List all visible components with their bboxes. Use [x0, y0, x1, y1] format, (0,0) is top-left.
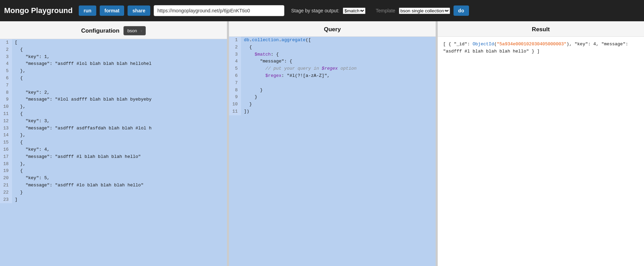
stage-label: Stage by stage output: [291, 8, 339, 13]
query-panel: Query 1db.collection.aggregate([2 {3 $ma… [229, 21, 435, 266]
line-number: 23 [0, 196, 12, 204]
table-row: 7 [0, 82, 227, 89]
table-row: 3 "key": 1, [0, 54, 227, 61]
bson-select[interactable]: bson json [123, 26, 146, 35]
share-button[interactable]: share [128, 5, 150, 16]
result-header: Result [438, 21, 644, 37]
line-number: 17 [0, 153, 12, 161]
template-select[interactable]: bson single collection [399, 8, 450, 14]
table-row: 4 "message": { [229, 58, 435, 65]
line-code: ] [12, 196, 227, 204]
line-code: { [12, 139, 227, 146]
line-code: { [12, 111, 227, 118]
configuration-panel: Configuration bson json 1[2 {3 "key": 1,… [0, 21, 227, 266]
table-row: 20 "key": 5, [0, 175, 227, 182]
line-number: 2 [0, 46, 12, 54]
app-title: Mongo Playground [4, 6, 73, 15]
table-row: 11]) [229, 108, 435, 115]
table-row: 22 } [0, 189, 227, 196]
line-code: "message": "asdfff #lo blah blah blah he… [12, 182, 227, 189]
table-row: 19 { [0, 167, 227, 175]
table-row: 15 { [0, 139, 227, 146]
configuration-table: 1[2 {3 "key": 1,4 "message": "asdfff #lo… [0, 39, 227, 203]
do-button[interactable]: do [454, 5, 469, 16]
line-code: }, [12, 132, 227, 139]
line-number: 16 [0, 146, 12, 153]
line-number: 8 [0, 89, 12, 96]
line-number: 1 [229, 37, 241, 44]
table-row: 10 }, [0, 103, 227, 111]
main-area: Configuration bson json 1[2 {3 "key": 1,… [0, 21, 644, 266]
line-code: "key": 1, [12, 54, 227, 61]
line-code: [ [12, 39, 227, 46]
line-code: }, [12, 103, 227, 111]
line-number: 1 [0, 39, 12, 46]
query-code[interactable]: 1db.collection.aggregate([2 {3 $match: {… [229, 37, 435, 266]
line-number: 4 [0, 60, 12, 68]
template-label: Template [376, 8, 395, 13]
line-number: 18 [0, 161, 12, 168]
line-code: "message": "asdfff asdffasfdah blah blah… [12, 125, 227, 132]
table-row: 9 } [229, 94, 435, 101]
table-row: 17 "message": "asdfff #l blah blah blah … [0, 153, 227, 161]
stage-select[interactable]: $match [343, 8, 365, 14]
line-code: "message": { [241, 58, 435, 65]
line-code: "key": 3, [12, 118, 227, 125]
format-select-wrapper: bson json [123, 26, 146, 35]
table-row: 8 } [229, 87, 435, 94]
line-code: { [12, 46, 227, 54]
result-panel: Result [ { "_id": ObjectId("5a934e000102… [438, 21, 644, 266]
table-row: 4 "message": "asdfff #lol blah blah blah… [0, 60, 227, 68]
table-row: 3 $match: { [229, 51, 435, 58]
line-number: 5 [229, 65, 241, 72]
line-number: 21 [0, 182, 12, 189]
line-code [241, 80, 435, 87]
line-number: 14 [0, 132, 12, 139]
line-number: 10 [0, 103, 12, 111]
line-code: }, [12, 161, 227, 168]
line-number: 9 [0, 96, 12, 103]
line-number: 15 [0, 139, 12, 146]
configuration-header: Configuration bson json [0, 21, 227, 39]
line-number: 7 [0, 82, 12, 89]
table-row: 18 }, [0, 161, 227, 168]
line-code: } [12, 189, 227, 196]
table-row: 12 "key": 3, [0, 118, 227, 125]
configuration-title: Configuration [81, 27, 119, 34]
query-title: Query [324, 26, 341, 33]
line-number: 6 [229, 72, 241, 80]
line-number: 19 [0, 167, 12, 175]
line-code: ]) [241, 108, 435, 115]
line-number: 6 [0, 75, 12, 82]
line-code: { [241, 44, 435, 51]
line-number: 3 [229, 51, 241, 58]
table-row: 6 $regex: "#l(?![a-zA-Z]", [229, 72, 435, 80]
topbar: Mongo Playground run format share Stage … [0, 0, 644, 21]
line-number: 3 [0, 54, 12, 61]
line-code: "message": "#lol asdfff blah blah blah b… [12, 96, 227, 103]
line-number: 11 [0, 111, 12, 118]
table-row: 6 { [0, 75, 227, 82]
result-code: [ { "_id": ObjectId("5a934e0001020304050… [438, 37, 644, 266]
line-number: 9 [229, 94, 241, 101]
table-row: 5 // put your query in $regex option [229, 65, 435, 72]
line-code: { [12, 75, 227, 82]
table-row: 2 { [229, 44, 435, 51]
line-number: 5 [0, 68, 12, 75]
line-number: 8 [229, 87, 241, 94]
result-title: Result [532, 26, 550, 33]
line-code: "key": 4, [12, 146, 227, 153]
format-button[interactable]: format [100, 5, 124, 16]
query-header: Query [229, 21, 435, 37]
run-button[interactable]: run [79, 5, 96, 16]
url-input[interactable] [154, 5, 284, 16]
table-row: 21 "message": "asdfff #lo blah blah blah… [0, 182, 227, 189]
line-number: 11 [229, 108, 241, 115]
line-number: 7 [229, 80, 241, 87]
line-code: $match: { [241, 51, 435, 58]
table-row: 7 [229, 80, 435, 87]
template-select-wrapper: bson single collection [399, 8, 450, 14]
line-number: 22 [0, 189, 12, 196]
line-code: $regex: "#l(?![a-zA-Z]", [241, 72, 435, 80]
configuration-code[interactable]: 1[2 {3 "key": 1,4 "message": "asdfff #lo… [0, 39, 227, 266]
